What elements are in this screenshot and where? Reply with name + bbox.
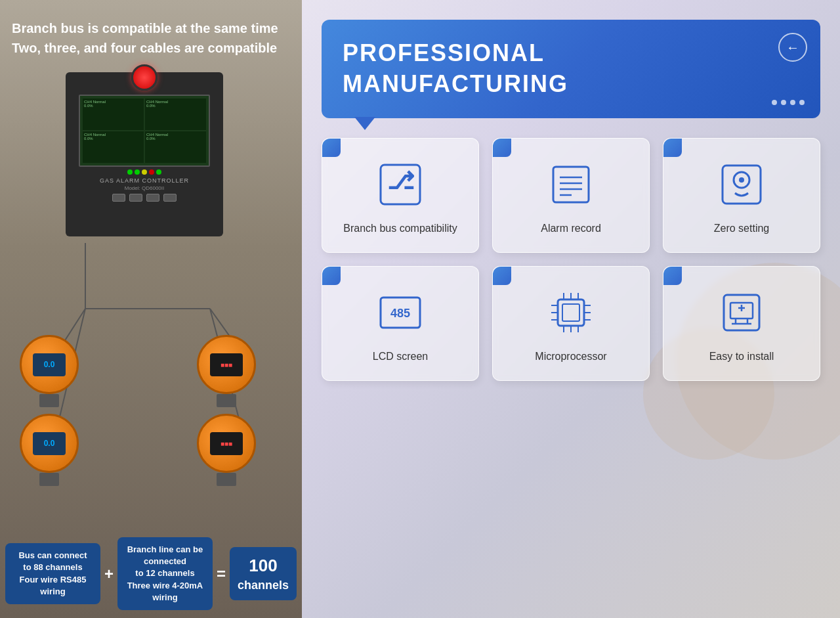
sensor-top-left: 0.0 (20, 335, 79, 407)
back-icon: ← (786, 40, 799, 55)
feature-card-branch-bus: ⎇ Branch bus compatibility (322, 138, 479, 253)
led-green-2 (135, 169, 140, 175)
svg-rect-8 (553, 167, 589, 202)
svg-rect-19 (562, 304, 579, 321)
features-grid: ⎇ Branch bus compatibility Alarm record (322, 138, 820, 382)
feature-card-lcd-screen: 485 LCD screen (322, 266, 479, 381)
branch-bus-icon: ⎇ (374, 158, 427, 211)
alarm-light (131, 64, 158, 91)
info-box-result: 100 channels (230, 547, 297, 601)
microprocessor-icon (545, 286, 597, 339)
easy-install-icon (715, 286, 768, 339)
lcd-screen-label: LCD screen (373, 349, 428, 364)
feature-card-alarm-record: Alarm record (492, 138, 650, 253)
info-box-bus-line3: Four wire RS485 wiring (13, 574, 93, 598)
svg-rect-32 (724, 295, 759, 330)
ctrl-btn-reset (163, 194, 177, 202)
sensor-mount-br (217, 473, 236, 486)
result-label: channels (238, 577, 289, 594)
sensor-mount-tl (39, 394, 59, 407)
header-title: PROFESSIONAL MANUFACTURING (343, 38, 799, 100)
sensor-bottom-right: ■■■ (197, 414, 256, 486)
controller-screen: CH4 Normal0.0% CH4 Normal0.0% CH4 Normal… (79, 95, 210, 167)
info-box-branch-line3: Three wire 4-20mA wiring (125, 580, 205, 604)
sensor-screen-bl: 0.0 (33, 432, 66, 455)
info-box-branch: Branch line can be connected to 12 chann… (117, 537, 213, 610)
screen-cell-4: CH4 Normal0.0% (145, 131, 206, 163)
sensor-mount-bl (39, 473, 59, 486)
led-yellow (142, 169, 147, 175)
feature-card-easy-install: Easy to install (663, 266, 820, 381)
plus-sign: + (104, 565, 114, 583)
screen-cell-2: CH4 Normal0.0% (145, 99, 206, 130)
left-panel: Branch bus is compatible at the same tim… (0, 0, 302, 618)
header-title-line1: PROFESSIONAL (343, 38, 799, 69)
branch-bus-label: Branch bus compatibility (343, 221, 457, 236)
ctrl-btn-down (129, 194, 142, 202)
header-triangle (354, 117, 375, 130)
svg-text:485: 485 (390, 307, 410, 320)
screen-cell-3: CH4 Normal0.0% (83, 131, 144, 163)
sensor-body-tl: 0.0 (20, 335, 79, 394)
easy-install-label: Easy to install (709, 349, 774, 364)
headline-line1: Branch bus is compatible at the same tim… (12, 18, 278, 38)
sensor-bottom-left: 0.0 (20, 414, 79, 486)
ctrl-btn-up (112, 194, 125, 202)
led-panel (127, 169, 161, 175)
sensor-body-br: ■■■ (197, 414, 256, 473)
info-box-bus-line2: to 88 channels (13, 562, 93, 573)
headline-line2: Two, three, and four cables are compatib… (12, 38, 278, 58)
sensor-screen-br: ■■■ (210, 432, 243, 455)
zero-setting-label: Zero setting (714, 221, 769, 236)
controller-device: CH4 Normal0.0% CH4 Normal0.0% CH4 Normal… (66, 72, 223, 236)
nav-back-button[interactable]: ← (778, 33, 807, 62)
zero-setting-icon (715, 158, 768, 211)
feature-card-microprocessor: Microprocessor (492, 266, 650, 381)
nav-dot-3[interactable] (790, 100, 795, 105)
result-number: 100 (238, 554, 289, 577)
equals-sign: = (217, 565, 226, 583)
info-box-bus: Bus can connect to 88 channels Four wire… (5, 543, 100, 604)
alarm-record-label: Alarm record (541, 221, 601, 236)
nav-dot-2[interactable] (781, 100, 786, 105)
nav-dot-4[interactable] (799, 100, 805, 105)
sensors-area: 0.0 ■■■ 0.0 ■■■ (20, 243, 276, 506)
controller-label: GAS ALARM CONTROLLER (100, 177, 189, 184)
bottom-info-row: Bus can connect to 88 channels Four wire… (5, 537, 297, 610)
sensor-body-tr: ■■■ (197, 335, 256, 394)
led-green-1 (127, 169, 133, 175)
alarm-record-icon (545, 158, 597, 211)
nav-dot-1[interactable] (772, 100, 777, 105)
sensor-top-right: ■■■ (197, 335, 256, 407)
header-title-line2: MANUFACTURING (343, 69, 799, 100)
sensor-screen-tl: 0.0 (33, 353, 66, 376)
info-box-bus-line1: Bus can connect (13, 550, 93, 562)
controller-buttons (112, 194, 177, 202)
microprocessor-label: Microprocessor (535, 349, 606, 364)
info-box-branch-line1: Branch line can be connected (125, 544, 205, 567)
led-red (149, 169, 154, 175)
svg-text:⎇: ⎇ (387, 167, 414, 194)
sensor-body-bl: 0.0 (20, 414, 79, 473)
screen-cell-1: CH4 Normal0.0% (83, 99, 144, 130)
svg-point-15 (739, 177, 744, 183)
nav-dots (772, 100, 805, 105)
headline: Branch bus is compatible at the same tim… (12, 18, 278, 58)
header-card: PROFESSIONAL MANUFACTURING ← (322, 20, 820, 118)
feature-card-zero-setting: Zero setting (663, 138, 820, 253)
info-box-branch-line2: to 12 channels (125, 567, 205, 579)
sensor-screen-tr: ■■■ (210, 353, 243, 376)
right-panel: PROFESSIONAL MANUFACTURING ← ⎇ Branch bu… (302, 0, 840, 618)
lcd-screen-icon: 485 (374, 286, 427, 339)
led-green-3 (156, 169, 161, 175)
sensor-mount-tr (217, 394, 236, 407)
ctrl-btn-mode (146, 194, 159, 202)
controller-model: Model: QD6000II (125, 185, 164, 191)
